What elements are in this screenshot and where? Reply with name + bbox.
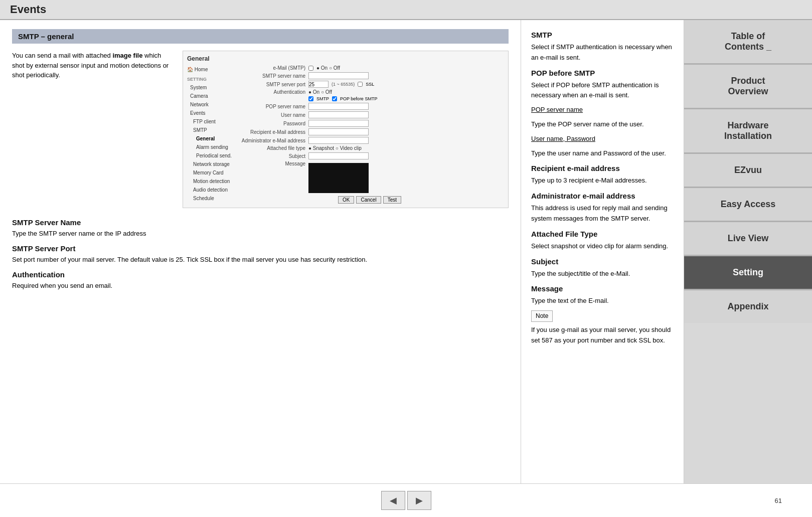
- username-body: Type the user name and Password of the u…: [531, 148, 674, 159]
- intro-paragraph: You can send a mail with attached image …: [12, 51, 173, 80]
- label-recipient: Recipient e-Mail address: [235, 129, 305, 135]
- mock-sidebar-nav: 🏠 Home SETTING System Camera Network Eve…: [187, 65, 232, 204]
- checkbox-pop[interactable]: [332, 96, 337, 101]
- nav-storage[interactable]: Network storage: [187, 160, 232, 168]
- btn-cancel[interactable]: Cancel: [356, 196, 381, 204]
- input-password[interactable]: [308, 120, 369, 127]
- checkbox-smtp[interactable]: [308, 66, 313, 71]
- input-popserver[interactable]: [308, 103, 369, 110]
- nav-memcard[interactable]: Memory Card: [187, 168, 232, 177]
- input-servername[interactable]: [308, 72, 369, 79]
- label-admin: Administrator e-Mail address: [235, 138, 305, 143]
- sidebar-btn-ezvuu[interactable]: EZvuu: [684, 154, 812, 188]
- recipient-body: Type up to 3 recipient e-Mail addresses.: [531, 176, 674, 186]
- form-row-auth: Authentication ● On ○ Off: [235, 89, 504, 95]
- message-preview: [308, 163, 369, 193]
- smtp-check-label: SMTP: [316, 96, 329, 101]
- label-subject: Subject: [235, 153, 305, 159]
- mock-buttons: OK Cancel Test: [235, 196, 504, 204]
- subject-body: Type the subject/title of the e-Mail.: [531, 269, 674, 279]
- label-filetype: Attached file type: [235, 145, 305, 151]
- form-row-message: Message: [235, 161, 504, 193]
- pop-check-label: POP before SMTP: [340, 96, 377, 101]
- intro-bold: image file: [112, 52, 142, 59]
- input-admin[interactable]: [308, 137, 369, 144]
- input-port[interactable]: [308, 81, 329, 88]
- nav-alarm[interactable]: Alarm sending: [187, 143, 232, 151]
- nav-network[interactable]: Network: [187, 100, 232, 109]
- subject-title: Subject: [531, 256, 674, 268]
- page-footer: ◀ ▶ 61: [0, 483, 812, 517]
- screenshot-panel: General 🏠 Home SETTING System Camera Net…: [183, 51, 509, 208]
- pop-server-label: POP server name: [531, 105, 674, 115]
- admin-title: Administrator e-mail address: [531, 190, 674, 202]
- sidebar-btn-liveview[interactable]: Live View: [684, 222, 812, 256]
- smtp-server-name-title: SMTP Server Name: [12, 218, 509, 227]
- sidebar-btn-appendix[interactable]: Appendix: [684, 290, 812, 323]
- nav-ftp[interactable]: FTP client: [187, 117, 232, 126]
- authentication-title: Authentication: [12, 270, 509, 279]
- form-row-port: SMTP server port (1 ~ 65535) SSL: [235, 81, 504, 88]
- sidebar-btn-setting[interactable]: Setting: [684, 256, 812, 290]
- nav-smtp[interactable]: SMTP: [187, 126, 232, 134]
- sidebar-btn-toc[interactable]: Table ofContents _: [684, 20, 812, 65]
- label-servername: SMTP server name: [235, 73, 305, 79]
- input-recipient[interactable]: [308, 128, 369, 135]
- label-port: SMTP server port: [235, 82, 305, 87]
- form-row-recipient: Recipient e-Mail address: [235, 128, 504, 135]
- nav-events[interactable]: Events: [187, 109, 232, 117]
- mock-form: e-Mail (SMTP) ● On ○ Off SMTP server nam…: [235, 65, 504, 204]
- input-subject[interactable]: [308, 152, 369, 159]
- attached-title: Attached File Type: [531, 228, 674, 240]
- message-body: Type the text of the E-mail.: [531, 296, 674, 306]
- form-row-servername: SMTP server name: [235, 72, 504, 79]
- bottom-section: SMTP Server Name Type the SMTP server na…: [12, 218, 509, 291]
- checkbox-ssl[interactable]: [358, 82, 363, 87]
- label-message: Message: [235, 161, 305, 166]
- nav-motion[interactable]: Motion detection: [187, 177, 232, 186]
- message-title: Message: [531, 283, 674, 295]
- note-label: Note: [536, 312, 548, 319]
- form-row-email: e-Mail (SMTP) ● On ○ Off: [235, 65, 504, 71]
- prev-button[interactable]: ◀: [381, 491, 405, 510]
- sidebar-btn-easyaccess[interactable]: Easy Access: [684, 188, 812, 222]
- sidebar-btn-hardware[interactable]: HardwareInstallation: [684, 109, 812, 154]
- sidebar-btn-product[interactable]: ProductOverview: [684, 65, 812, 109]
- smtp-main-body: Select if SMTP authentication is necessa…: [531, 42, 674, 63]
- form-row-admin: Administrator e-Mail address: [235, 137, 504, 144]
- nav-audio[interactable]: Audio detection: [187, 186, 232, 194]
- intro-text-before: You can send a mail with attached: [12, 52, 112, 59]
- nav-periodical[interactable]: Periodical send.: [187, 151, 232, 160]
- input-username[interactable]: [308, 111, 369, 118]
- form-row-username: User name: [235, 111, 504, 118]
- nav-general[interactable]: General: [187, 134, 232, 143]
- next-button[interactable]: ▶: [407, 491, 431, 510]
- label-email: e-Mail (SMTP): [235, 65, 305, 71]
- pop-body: Select if POP before SMTP authentication…: [531, 80, 674, 101]
- pop-title: POP before SMTP: [531, 67, 674, 79]
- label-username: User name: [235, 112, 305, 118]
- right-area: SMTP Select if SMTP authentication is ne…: [521, 20, 812, 483]
- attached-body: Select snapshot or video clip for alarm …: [531, 241, 674, 252]
- authentication-body: Required when you send an email.: [12, 281, 509, 291]
- screenshot-title: General: [187, 55, 504, 62]
- checkbox-smtp2[interactable]: [308, 96, 313, 101]
- right-sidebar: Table ofContents _ ProductOverview Hardw…: [684, 20, 812, 483]
- port-hint: (1 ~ 65535): [332, 82, 355, 87]
- note-body: If you use g-mail as your mail server, y…: [531, 325, 674, 346]
- btn-test[interactable]: Test: [383, 196, 401, 204]
- page-number: 61: [775, 497, 782, 504]
- filetype-radio: ● Snapshot ○ Video clip: [308, 145, 362, 151]
- nav-schedule[interactable]: Schedule: [187, 194, 232, 203]
- nav-camera[interactable]: Camera: [187, 92, 232, 100]
- nav-system[interactable]: System: [187, 83, 232, 92]
- nav-home[interactable]: 🏠 Home: [187, 65, 232, 74]
- btn-ok[interactable]: OK: [338, 196, 354, 204]
- note-box: Note: [531, 310, 553, 322]
- page-header: Events: [0, 0, 812, 20]
- form-row-subject: Subject: [235, 152, 504, 159]
- intro-text-col: You can send a mail with attached image …: [12, 51, 173, 208]
- label-popserver: POP server name: [235, 104, 305, 109]
- smtp-server-name-body: Type the SMTP server name or the IP addr…: [12, 229, 509, 239]
- form-row-password: Password: [235, 120, 504, 127]
